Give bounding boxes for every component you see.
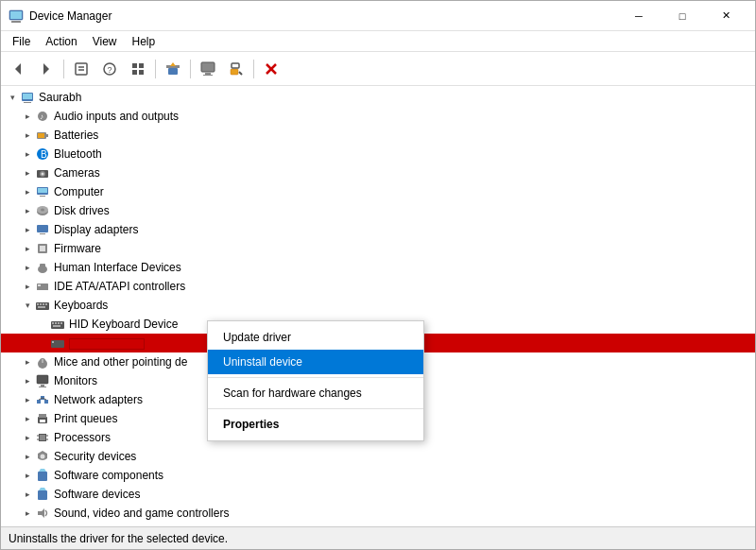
ctx-sep-1 (208, 377, 423, 378)
svg-rect-31 (46, 134, 48, 137)
ctx-uninstall-device[interactable]: Uninstall device (208, 350, 423, 374)
tree-item-keyboards[interactable]: ▾Keyboards (1, 296, 755, 315)
tree-item-hid[interactable]: ▸Human Interface Devices (1, 258, 755, 277)
forward-button[interactable] (33, 56, 60, 82)
tree-item-softdev[interactable]: ▸Software devices (1, 485, 755, 504)
expand-btn-mice[interactable]: ▸ (20, 354, 35, 370)
tree-item-batteries[interactable]: ▸Batteries (1, 126, 755, 145)
expand-btn-audio[interactable]: ▸ (20, 109, 35, 124)
expand-btn-batteries[interactable]: ▸ (20, 128, 35, 143)
device-icon-print (35, 411, 50, 426)
menu-file[interactable]: File (5, 33, 38, 50)
tree-item-disk[interactable]: ▸Disk drives (1, 201, 755, 220)
svg-rect-12 (132, 70, 137, 75)
svg-rect-69 (37, 375, 48, 384)
expand-btn-cameras[interactable]: ▸ (20, 165, 35, 180)
tree-item-computer[interactable]: ▸Computer (1, 182, 755, 201)
tree-item-storage[interactable]: ▸Storage controllers (1, 523, 755, 526)
device-tree[interactable]: ▾Saurabh▸♪Audio inputs and outputs▸Batte… (1, 86, 755, 526)
tree-item-display[interactable]: ▸Display adapters (1, 220, 755, 239)
expand-btn-softdev[interactable]: ▸ (20, 487, 35, 502)
grid-button[interactable] (125, 56, 151, 82)
svg-text:B: B (41, 149, 47, 160)
expand-btn-disk[interactable]: ▸ (20, 203, 35, 218)
device-icon-root (20, 90, 35, 105)
expand-btn-ide[interactable]: ▸ (20, 279, 35, 294)
device-icon-firmware (35, 241, 50, 256)
device-icon-storage (35, 524, 50, 526)
expand-btn-firmware[interactable]: ▸ (20, 241, 35, 256)
svg-point-86 (41, 455, 45, 459)
expand-btn-processors[interactable]: ▸ (20, 430, 35, 445)
ctx-scan-changes[interactable]: Scan for hardware changes (208, 381, 423, 405)
back-button[interactable] (5, 56, 31, 82)
status-bar: Uninstalls the driver for the selected d… (1, 526, 755, 549)
expand-btn-storage[interactable]: ▸ (20, 524, 35, 526)
menu-help[interactable]: Help (125, 33, 163, 50)
device-label-disk: Disk drives (54, 204, 110, 217)
expand-btn-hid-keyboard[interactable] (35, 317, 50, 332)
ctx-properties[interactable]: Properties (208, 412, 423, 437)
svg-rect-21 (232, 63, 239, 68)
svg-rect-5 (76, 63, 87, 75)
expand-btn-root[interactable]: ▾ (5, 90, 20, 105)
tree-item-cameras[interactable]: ▸Cameras (1, 163, 755, 182)
device-label-computer: Computer (54, 185, 104, 198)
scan-button[interactable] (223, 56, 249, 82)
svg-rect-27 (23, 94, 32, 99)
device-icon-computer (35, 184, 50, 199)
device-icon-display (35, 222, 50, 237)
tree-item-root[interactable]: ▾Saurabh (1, 88, 755, 107)
expand-btn-keyboard2[interactable] (35, 335, 50, 351)
menu-action[interactable]: Action (38, 33, 84, 50)
menu-view[interactable]: View (85, 33, 125, 50)
minimize-button[interactable]: ─ (617, 1, 661, 31)
expand-btn-softcomp[interactable]: ▸ (20, 468, 35, 483)
delete-button[interactable] (258, 56, 284, 82)
expand-btn-network[interactable]: ▸ (20, 392, 35, 407)
update-driver-toolbar-button[interactable] (160, 56, 186, 82)
device-icon-batteries (35, 128, 50, 143)
expand-btn-bluetooth[interactable]: ▸ (20, 146, 35, 162)
device-icon-bluetooth: B (35, 146, 50, 162)
device-label-keyboard2 (69, 336, 145, 350)
svg-marker-4 (43, 63, 49, 75)
tree-item-ide[interactable]: ▸IDE ATA/ATAPI controllers (1, 277, 755, 296)
device-label-hid: Human Interface Devices (54, 261, 181, 274)
expand-btn-print[interactable]: ▸ (20, 411, 35, 426)
title-bar: Device Manager ─ □ ✕ (1, 1, 755, 31)
svg-rect-78 (39, 414, 46, 418)
tree-item-bluetooth[interactable]: ▸BBluetooth (1, 145, 755, 163)
svg-text:♪: ♪ (40, 112, 43, 121)
svg-rect-10 (132, 63, 137, 68)
svg-rect-51 (38, 284, 41, 286)
svg-rect-73 (44, 400, 48, 404)
tree-item-audio[interactable]: ▸♪Audio inputs and outputs (1, 107, 755, 126)
maximize-button[interactable]: □ (661, 1, 704, 31)
properties-button[interactable] (68, 56, 94, 82)
ctx-update-driver[interactable]: Update driver (208, 325, 423, 350)
tree-item-sound[interactable]: ▸Sound, video and game controllers (1, 504, 755, 523)
device-icon-keyboard2 (50, 335, 65, 351)
expand-btn-security[interactable]: ▸ (20, 449, 35, 464)
device-icon-audio: ♪ (35, 109, 50, 124)
expand-btn-sound[interactable]: ▸ (20, 506, 35, 521)
svg-rect-54 (40, 303, 42, 305)
tree-item-security[interactable]: ▸Security devices (1, 447, 755, 466)
device-label-display: Display adapters (54, 223, 138, 236)
expand-btn-keyboards[interactable]: ▾ (20, 298, 35, 313)
close-button[interactable]: ✕ (704, 1, 747, 31)
tree-item-softcomp[interactable]: ▸Software components (1, 466, 755, 485)
expand-btn-display[interactable]: ▸ (20, 222, 35, 237)
svg-line-22 (239, 72, 242, 75)
expand-btn-monitors[interactable]: ▸ (20, 373, 35, 388)
help-button[interactable]: ? (96, 56, 123, 82)
device-label-security: Security devices (54, 450, 136, 463)
expand-btn-hid[interactable]: ▸ (20, 260, 35, 275)
svg-rect-26 (24, 102, 31, 103)
expand-btn-computer[interactable]: ▸ (20, 184, 35, 199)
device-label-hid-keyboard: HID Keyboard Device (69, 318, 178, 331)
monitor-button[interactable] (195, 56, 221, 82)
tree-item-firmware[interactable]: ▸Firmware (1, 239, 755, 258)
device-label-network: Network adapters (54, 393, 143, 406)
